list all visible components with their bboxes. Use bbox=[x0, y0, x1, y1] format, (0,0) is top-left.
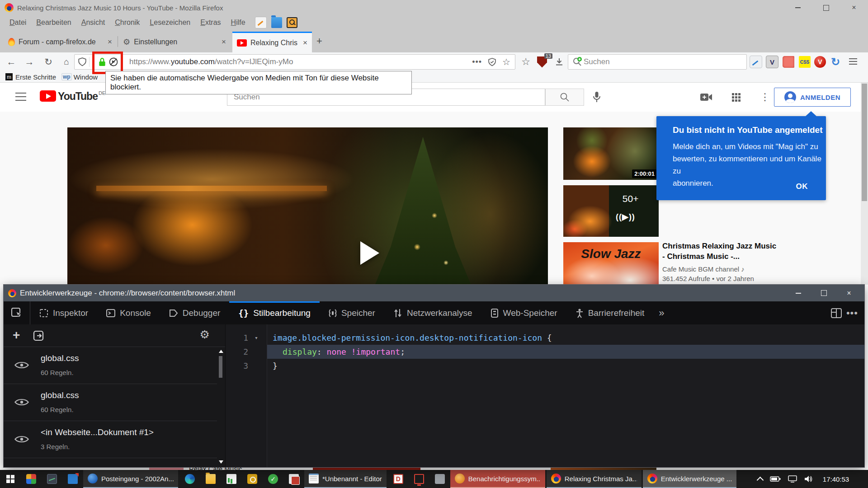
app-icon-explorer[interactable] bbox=[200, 470, 221, 488]
close-button[interactable]: × bbox=[840, 0, 868, 15]
devtools-tab-netzwerkanalyse[interactable]: Netzwerkanalyse bbox=[384, 301, 481, 324]
stylesheet-item[interactable]: global.css 60 Regeln. bbox=[4, 347, 217, 384]
visibility-eye-icon[interactable] bbox=[14, 435, 29, 446]
menu-extras[interactable]: Extras bbox=[195, 19, 226, 27]
speaker-icon[interactable] bbox=[804, 475, 812, 483]
tab-close-icon[interactable]: × bbox=[104, 38, 112, 47]
app-icon-cards[interactable] bbox=[283, 470, 304, 488]
taskbar-window-firefox-youtube[interactable]: Relaxing Christmas Ja... bbox=[547, 470, 642, 488]
battery-icon[interactable] bbox=[770, 476, 781, 482]
note-edit-icon[interactable] bbox=[255, 17, 267, 28]
tab-close-icon[interactable]: × bbox=[218, 38, 226, 47]
menu-datei[interactable]: Datei bbox=[5, 19, 31, 27]
minimize-button[interactable] bbox=[786, 285, 811, 301]
tab-close-icon[interactable]: × bbox=[299, 38, 307, 47]
youtube-menu-icon[interactable] bbox=[15, 93, 26, 101]
home-button[interactable]: ⌂ bbox=[58, 52, 75, 71]
app-icon-edge[interactable] bbox=[179, 470, 200, 488]
bookmark-erste-schritte[interactable]: m Erste Schritte bbox=[5, 73, 56, 81]
more-options-icon[interactable]: ⋮ bbox=[759, 91, 771, 103]
page-actions-icon[interactable]: ••• bbox=[472, 57, 482, 67]
suggested-video-thumb-2[interactable]: Slow Jazz bbox=[563, 242, 659, 285]
folder-icon[interactable] bbox=[271, 17, 282, 28]
app-icon-keepass[interactable] bbox=[242, 470, 263, 488]
maximize-button[interactable] bbox=[811, 285, 836, 301]
search-engine-icon[interactable] bbox=[572, 56, 583, 67]
app-icon-gray[interactable] bbox=[429, 470, 450, 488]
app-icon-red-monitor[interactable] bbox=[409, 470, 429, 488]
search-box-icon[interactable] bbox=[287, 17, 297, 28]
app-icon-pin[interactable] bbox=[62, 470, 83, 488]
browser-search-input[interactable] bbox=[583, 57, 720, 67]
devtools-tab-debugger[interactable]: Debugger bbox=[160, 301, 229, 324]
urlbar[interactable]: https://www.youtube.com/watch?v=lJlEQim-… bbox=[74, 54, 515, 70]
visibility-eye-icon[interactable] bbox=[14, 398, 29, 408]
fold-arrow-icon[interactable]: ▾ bbox=[255, 331, 258, 345]
create-video-icon[interactable] bbox=[700, 91, 712, 103]
browser-search-field[interactable] bbox=[568, 54, 747, 70]
app-icon-monitor-chart[interactable] bbox=[42, 470, 62, 488]
v-extension-icon[interactable]: V bbox=[766, 56, 778, 68]
taskbar-window-devtools[interactable]: Entwicklerwerkzeuge ... bbox=[643, 470, 737, 488]
userscript-extension-icon[interactable] bbox=[750, 56, 762, 68]
video-downloadhelper-icon[interactable]: V bbox=[814, 56, 826, 68]
devtools-tab-inspektor[interactable]: Inspektor bbox=[30, 301, 97, 324]
tracking-shield-icon[interactable] bbox=[78, 57, 86, 66]
devtools-tab-stilbearbeitung[interactable]: {} Stilbearbeitung bbox=[229, 301, 320, 324]
play-button-icon[interactable] bbox=[360, 241, 379, 265]
suggested-video-thumb-1[interactable]: 2:00:01 bbox=[563, 127, 659, 180]
app-icon-d[interactable]: D bbox=[388, 470, 409, 488]
new-sheet-icon[interactable]: + bbox=[13, 328, 20, 343]
suggested-video-meta[interactable]: Christmas Relaxing Jazz Music- Christmas… bbox=[662, 241, 798, 282]
taskbar-window-thunderbird[interactable]: Posteingang - 2002An... bbox=[83, 470, 178, 488]
youtube-search-button[interactable] bbox=[545, 89, 584, 106]
pick-element-icon[interactable] bbox=[4, 301, 30, 324]
video-player[interactable] bbox=[67, 127, 548, 285]
url-text[interactable]: https://www.youtube.com/watch?v=lJlEQim-… bbox=[129, 57, 472, 66]
sync-extension-icon[interactable]: ↻ bbox=[830, 56, 841, 68]
visibility-eye-icon[interactable] bbox=[14, 361, 29, 371]
stylesheet-item[interactable]: <in Webseite...Dokument #1> 3 Regeln. bbox=[4, 421, 217, 458]
network-icon[interactable] bbox=[788, 475, 797, 483]
menu-chronik[interactable]: Chronik bbox=[110, 19, 145, 27]
app-icon-chart-doc[interactable] bbox=[221, 470, 242, 488]
signin-button[interactable]: ANMELDEN bbox=[774, 88, 851, 107]
bookmarks-menu-icon[interactable]: ☆ bbox=[518, 52, 533, 71]
page-scrollbar[interactable] bbox=[861, 83, 868, 285]
css-editor[interactable]: 1 ▾ image.blocked-permission-icon.deskto… bbox=[226, 324, 864, 467]
minimize-button[interactable] bbox=[784, 0, 812, 15]
css-extension-icon[interactable]: CSS bbox=[799, 56, 811, 68]
taskbar-window-notepad[interactable]: *Unbenannt - Editor bbox=[304, 470, 387, 488]
permission-shield-icon[interactable] bbox=[488, 58, 496, 66]
tabs-overflow-icon[interactable]: » bbox=[653, 301, 670, 324]
hidden-icons-chevron[interactable] bbox=[757, 476, 764, 483]
menu-lesezeichen[interactable]: Lesezeichen bbox=[145, 19, 195, 27]
menu-hilfe[interactable]: Hilfe bbox=[226, 19, 250, 27]
options-gear-icon[interactable]: ⚙ bbox=[200, 328, 210, 341]
split-console-icon[interactable] bbox=[831, 308, 842, 318]
voice-search-icon[interactable] bbox=[590, 91, 603, 103]
script-blocker-extension-icon[interactable] bbox=[783, 56, 794, 68]
stylesheet-item[interactable]: global.css 60 Regeln. bbox=[4, 384, 217, 421]
taskbar-window-notification[interactable]: Benachrichtigungssym... bbox=[450, 470, 545, 488]
scrollbar-thumb[interactable] bbox=[862, 84, 867, 201]
app-menu-icon[interactable] bbox=[844, 52, 862, 71]
apps-grid-icon[interactable] bbox=[730, 91, 742, 103]
devtools-tab-web-speicher[interactable]: Web-Speicher bbox=[481, 301, 566, 324]
tab-youtube-active[interactable]: Relaxing Christmas Jazz Mu × bbox=[232, 32, 312, 52]
app-icon-antivirus[interactable]: ✓ bbox=[263, 470, 283, 488]
menu-ansicht[interactable]: Ansicht bbox=[76, 19, 110, 27]
youtube-logo[interactable]: YouTube DE bbox=[40, 90, 105, 103]
back-button[interactable]: ← bbox=[3, 52, 20, 71]
ublock-icon[interactable]: 13 bbox=[534, 52, 550, 71]
close-button[interactable]: × bbox=[836, 285, 862, 301]
devtools-menu-icon[interactable]: ••• bbox=[846, 307, 858, 319]
app-icon-colorful[interactable] bbox=[21, 470, 42, 488]
reload-button[interactable]: ↻ bbox=[40, 52, 57, 71]
tab-forum[interactable]: Forum - camp-firefox.de × bbox=[4, 32, 117, 52]
maximize-button[interactable] bbox=[812, 0, 840, 15]
devtools-tab-konsole[interactable]: Konsole bbox=[97, 301, 160, 324]
scroll-down-icon[interactable] bbox=[219, 460, 223, 464]
bookmark-star-icon[interactable]: ☆ bbox=[502, 57, 510, 66]
devtools-tab-speicher[interactable]: Speicher bbox=[320, 301, 384, 324]
